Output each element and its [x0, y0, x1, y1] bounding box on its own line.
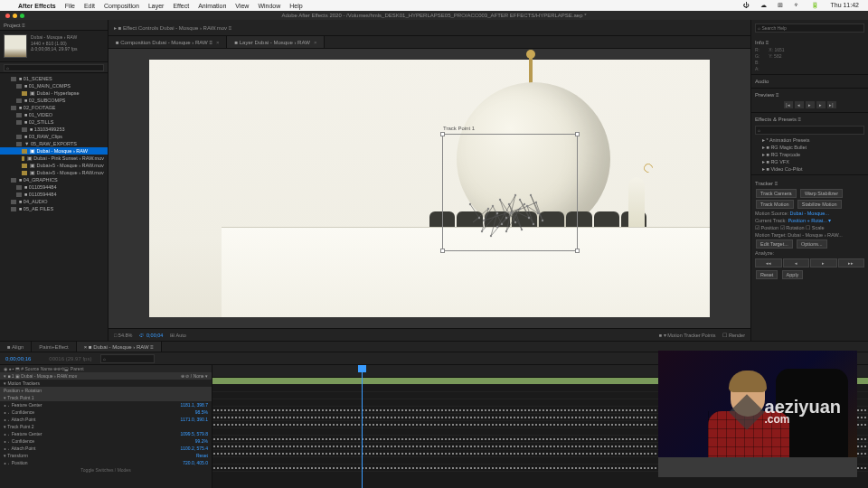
tree-item[interactable]: ■ 02_SUBCOMPS — [0, 97, 108, 104]
help-search[interactable] — [755, 23, 864, 33]
tracker-panel-head[interactable]: Tracker ≡ — [755, 179, 864, 188]
tree-item[interactable]: ▣ Dubai+5 - Mosque › RAW.mov — [0, 169, 108, 176]
tree-item[interactable]: ■ 0110594484 — [0, 191, 108, 198]
track-handle[interactable] — [440, 132, 445, 136]
render-toggle[interactable]: ☐ Render — [722, 333, 745, 338]
timeline-layer-row[interactable]: ▾ Track Point 2 — [0, 423, 212, 430]
edit-target-button[interactable]: Edit Target... — [756, 239, 793, 249]
tree-item[interactable]: ▣ Dubai - Mosque › RAW — [0, 147, 108, 155]
tree-item[interactable]: ▣ Dubai - Pink Sunset › RAW.mov — [0, 155, 108, 162]
effect-preset-item[interactable]: ▸ * Animation Presets — [755, 136, 864, 144]
timeline-layer-row[interactable]: ▾ Motion Trackers — [0, 380, 212, 387]
current-track-dropdown[interactable]: Position + Rotat... ▾ — [788, 218, 831, 223]
scale-checkbox[interactable]: ☐ Scale — [806, 225, 824, 230]
position-checkbox[interactable]: ☑ Position — [755, 225, 778, 230]
last-frame-button[interactable]: ▸| — [827, 101, 836, 108]
tree-item[interactable]: ▼ 05_RAW_EXPORTS — [0, 140, 108, 147]
timeline-layer-row[interactable]: ⬥ ▹ Confidence98.5% — [0, 408, 212, 416]
effects-presets-head[interactable]: Effects & Presets ≡ — [755, 115, 864, 124]
first-frame-button[interactable]: |◂ — [784, 101, 793, 108]
prev-frame-button[interactable]: ◂ — [795, 101, 804, 108]
preview-panel-head[interactable]: Preview ≡ — [755, 90, 864, 99]
effect-preset-item[interactable]: ▸ ■ RG Magic Bullet — [755, 144, 864, 151]
current-timecode[interactable]: 0;00;00;16 — [5, 356, 31, 361]
menu-composition[interactable]: Composition — [100, 3, 143, 9]
project-tree[interactable]: ■ 01_SCENES■ 01_MAIN_COMPS▣ Dubai - Hype… — [0, 73, 108, 341]
viewer[interactable]: Track Point 1 — [108, 49, 750, 328]
timeline-search[interactable] — [100, 354, 155, 363]
effect-controls-head[interactable]: ▸ ■ Effect Controls Dubai - Mosque › RAW… — [108, 20, 750, 36]
minimize-button[interactable] — [13, 14, 17, 18]
timeline-layer-row[interactable]: ⬥ ▹ Feature Center1181.1, 398.7 — [0, 401, 212, 408]
tree-item[interactable]: ■ 02_STILLS — [0, 118, 108, 126]
timeline-layer-row[interactable]: ⬥ ▹ Confidence99.2% — [0, 437, 212, 445]
analyze-back-button[interactable]: ◂ — [783, 258, 810, 267]
timeline-layer-row[interactable]: ⬥ ▹ Attach Point1171.0, 390.1 — [0, 416, 212, 423]
menu-help[interactable]: Help — [286, 3, 306, 9]
menu-effect[interactable]: Effect — [169, 3, 193, 9]
menu-view[interactable]: View — [231, 3, 252, 9]
track-motion-button[interactable]: Track Motion — [756, 200, 794, 209]
timeline-layer-row[interactable]: ⬥ ▹ Feature Center1099.5, 579.8 — [0, 430, 212, 437]
close-button[interactable] — [5, 14, 10, 18]
tree-item[interactable]: ■ 01_SCENES — [0, 75, 108, 82]
tree-item[interactable]: ■ 04_AUDIO — [0, 198, 108, 205]
project-panel-head[interactable]: Project ≡ — [0, 20, 108, 31]
analyze-forward-button[interactable]: ▸ — [810, 258, 837, 267]
play-button[interactable]: ▸ — [806, 101, 815, 108]
tree-item[interactable]: ▣ Dubai+5 - Mosque › RAW.mov — [0, 162, 108, 169]
audio-panel-head[interactable]: Audio — [755, 77, 864, 86]
timeline-layer-row[interactable]: ▾ ■ 1 ▣ Dubai - Mosque › RAW.mov⊕ ⊘ / No… — [0, 372, 212, 380]
project-thumbnail[interactable] — [4, 34, 27, 58]
project-search[interactable] — [4, 64, 104, 71]
effect-preset-item[interactable]: ▸ ■ RG Trapcode — [755, 151, 864, 158]
tree-item[interactable]: ■ 0110594484 — [0, 183, 108, 191]
stabilize-motion-button[interactable]: Stabilize Motion — [797, 200, 842, 209]
viewer-tab-layer[interactable]: ■ Layer Dubai - Mosque › RAW× — [227, 36, 325, 48]
close-icon[interactable]: × — [314, 40, 317, 45]
effect-preset-item[interactable]: ▸ ■ Video Co-Pilot — [755, 165, 864, 173]
maximize-button[interactable] — [20, 14, 24, 18]
menu-layer[interactable]: Layer — [145, 3, 168, 9]
time-display[interactable]: ⏱ 0;00;04 — [139, 333, 163, 338]
tree-item[interactable]: ■ 05_AE FILES — [0, 205, 108, 212]
playhead[interactable] — [362, 365, 363, 488]
resolution-dropdown[interactable]: ⊞ Auto — [170, 333, 186, 338]
tree-item[interactable]: ■ 03_RAW_Clips — [0, 133, 108, 140]
timeline-layer-row[interactable]: ▾ Track Point 1 — [0, 394, 212, 401]
effects-search[interactable] — [755, 126, 864, 135]
analyze-back-full-button[interactable]: ◂◂ — [755, 258, 782, 267]
menu-file[interactable]: File — [61, 3, 79, 9]
viewer-tab-comp[interactable]: ■ Composition Dubai - Mosque › RAW ≡× — [108, 36, 227, 48]
tree-item[interactable]: ■ 13103499253 — [0, 126, 108, 133]
effect-preset-item[interactable]: ▸ ■ RG VFX — [755, 158, 864, 165]
tree-item[interactable]: ■ 01_VIDEO — [0, 111, 108, 118]
apply-button[interactable]: Apply — [782, 270, 804, 279]
track-handle[interactable] — [575, 249, 580, 253]
timeline-tab-comp[interactable]: × ■ Dubai - Mosque › RAW ≡ — [77, 342, 162, 352]
rotation-checkbox[interactable]: ☑ Rotation — [780, 225, 805, 230]
menu-animation[interactable]: Animation — [194, 3, 230, 9]
view-mode[interactable]: ■ ▾ Motion Tracker Points — [659, 333, 716, 338]
tree-item[interactable]: ■ 04_GRAPHICS — [0, 176, 108, 183]
motion-source-dropdown[interactable]: Dubai - Mosque... — [790, 211, 829, 216]
timeline-tab-paint[interactable]: Paint+Effect — [32, 342, 76, 352]
track-handle[interactable] — [440, 249, 445, 253]
timeline-layer-row[interactable]: ▾ TransformReset — [0, 452, 212, 459]
timeline-layer-row[interactable]: ⬥ ▹ Position720.0, 405.0 — [0, 459, 212, 466]
track-handle[interactable] — [575, 132, 580, 136]
tree-item[interactable]: ■ 01_MAIN_COMPS — [0, 82, 108, 89]
info-panel-head[interactable]: Info ≡ — [755, 38, 864, 47]
reset-button[interactable]: Reset — [756, 270, 778, 279]
tree-item[interactable]: ▣ Dubai - Hyperlapse — [0, 89, 108, 97]
track-camera-button[interactable]: Track Camera — [756, 189, 797, 198]
timeline-layers[interactable]: ◉ ● ▪ ⬒ # Source Name ⊕⊗⟲⬓ Parent ▾ ■ 1 … — [0, 365, 212, 488]
close-icon[interactable]: × — [216, 40, 220, 45]
options-button[interactable]: Options... — [797, 239, 827, 249]
analyze-forward-full-button[interactable]: ▸▸ — [838, 258, 865, 267]
menu-window[interactable]: Window — [254, 3, 284, 9]
menu-edit[interactable]: Edit — [80, 3, 99, 9]
timeline-layer-row[interactable]: ⬥ ▹ Attach Point1100.2, 575.4 — [0, 445, 212, 452]
warp-stabilizer-button[interactable]: Warp Stabilizer — [800, 189, 843, 198]
next-frame-button[interactable]: ▸ — [816, 101, 826, 108]
